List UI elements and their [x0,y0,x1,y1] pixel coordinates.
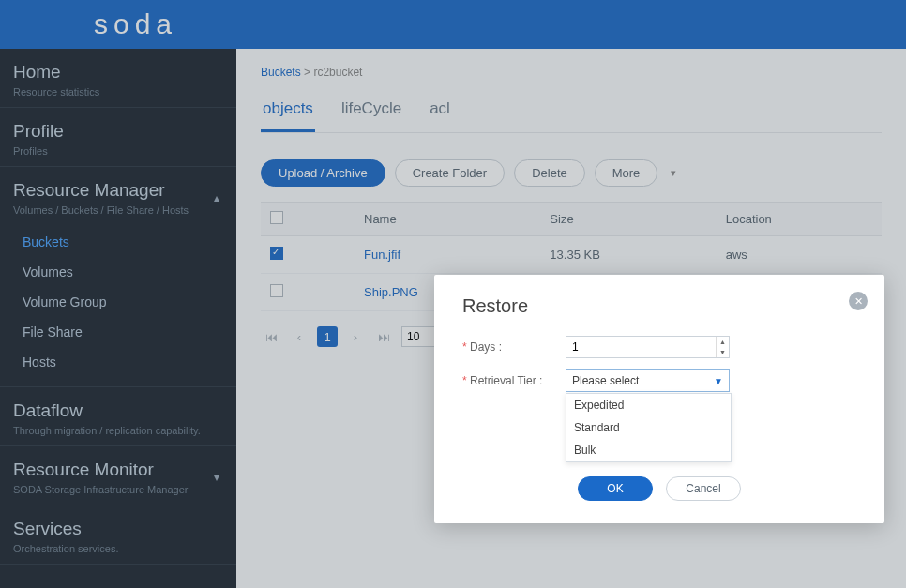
tier-dropdown: Expedited Standard Bulk [566,393,732,462]
modal-title: Restore [462,295,856,317]
form-row-days: * Days : ▲ ▼ [462,336,856,358]
spinner-down-icon[interactable]: ▼ [717,347,729,357]
spinner: ▲ ▼ [716,337,729,357]
tier-option-standard[interactable]: Standard [566,416,731,439]
days-input-wrap: ▲ ▼ [566,336,730,358]
days-label: * Days : [462,340,566,354]
restore-modal: ✕ Restore * Days : ▲ ▼ * Retrieval Tier … [434,275,884,523]
close-icon[interactable]: ✕ [849,292,868,310]
tier-option-expedited[interactable]: Expedited [566,394,731,416]
tier-option-bulk[interactable]: Bulk [566,439,731,461]
tier-placeholder: Please select [572,374,639,387]
tier-label: * Retrieval Tier : [462,374,566,387]
tier-select[interactable]: Please select ▼ Expedited Standard Bulk [566,369,730,392]
chevron-down-icon: ▼ [714,376,723,386]
modal-actions: OK Cancel [462,476,856,501]
spinner-up-icon[interactable]: ▲ [717,337,729,347]
days-input[interactable] [566,336,730,358]
form-row-tier: * Retrieval Tier : Please select ▼ Exped… [462,369,856,392]
ok-button[interactable]: OK [578,476,653,501]
cancel-button[interactable]: Cancel [666,476,741,501]
